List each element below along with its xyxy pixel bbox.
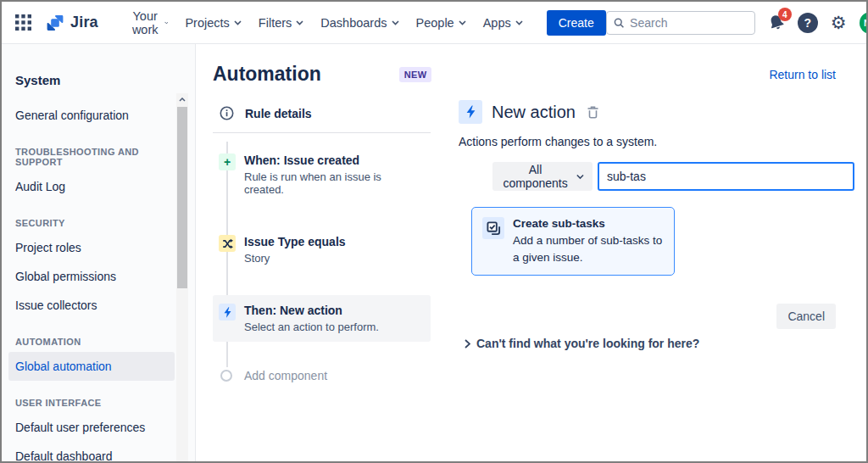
panel-footer: Cancel [459,304,854,329]
chevron-down-icon [459,20,466,25]
new-action-panel: New action Actions perform changes to a … [459,98,854,388]
panel-title: New action [492,103,576,122]
nav-label: Filters [259,16,292,30]
sidebar-item-general-configuration[interactable]: General configuration [8,101,175,130]
page-title: Automation [213,63,321,86]
step-text: Then: New action Select an action to per… [244,304,379,333]
chevron-down-icon [296,20,303,25]
step-condition[interactable]: Issue Type equals Story [213,226,431,273]
panel-description: Actions perform changes to a system. [459,135,854,148]
nav-label: Projects [185,16,229,30]
nav-apps[interactable]: Apps [478,11,528,35]
card-text: Create sub-tasks Add a number of sub-tas… [513,217,664,265]
rule-details-label: Rule details [245,107,312,120]
step-subtitle: Select an action to perform. [244,321,379,333]
step-text: Issue Type equals Story [244,235,346,265]
lightning-icon [219,304,236,321]
help-button[interactable]: ? [798,13,818,33]
create-button[interactable]: Create [547,10,606,36]
chevron-down-icon [234,20,242,25]
nav-dashboards[interactable]: Dashboards [315,11,403,35]
sidebar-header-troubleshooting: TROUBLESHOOTING AND SUPPORT [8,147,175,167]
jira-logo[interactable]: Jira [45,13,98,33]
panel-header: New action [459,100,854,124]
step-subtitle: Rule is run when an issue is created. [244,170,424,196]
grid-icon [15,14,31,31]
nav-projects[interactable]: Projects [180,11,246,35]
return-to-list-link[interactable]: Return to list [769,68,836,81]
sidebar-scrollbar[interactable] [176,93,188,461]
settings-gear-icon[interactable]: ⚙ [831,14,847,31]
step-subtitle: Story [244,252,346,265]
chevron-down-icon [392,20,399,25]
step-text: When: Issue created Rule is run when an … [244,153,424,196]
sidebar-item-global-automation[interactable]: Global automation [8,352,175,381]
main-content: Automation NEW Return to list Rule detai… [196,44,866,461]
sidebar-item-default-dashboard[interactable]: Default dashboard [8,442,175,461]
admin-sidebar: System General configuration TROUBLESHOO… [2,44,196,461]
nav-label: Apps [483,16,511,30]
cant-find-disclosure[interactable]: Can't find what you're looking for here? [465,337,854,350]
step-title: Issue Type equals [244,235,346,248]
chevron-down-icon [515,20,523,25]
global-search[interactable] [606,11,755,35]
avatar[interactable]: NV [860,12,868,34]
navbar-right: 4 ? ⚙ NV [606,11,868,35]
dropdown-value: All components [503,163,568,190]
sidebar-item-default-user-preferences[interactable]: Default user preferences [8,413,175,442]
sidebar-item-global-permissions[interactable]: Global permissions [8,262,175,291]
sidebar-title: System [8,66,175,89]
plus-icon: + [219,153,236,170]
step-action-selected[interactable]: Then: New action Select an action to per… [213,295,431,342]
navbar-left: Jira Your work Projects Filters Dashboar… [15,4,606,42]
search-input[interactable] [630,16,748,30]
step-title: When: Issue created [244,153,424,167]
sidebar-item-audit-log[interactable]: Audit Log [8,172,175,201]
action-search-input[interactable] [598,162,854,191]
rule-builder: Rule details + When: Issue created Rule … [213,98,854,388]
shuffle-icon [219,235,236,252]
content-area: System General configuration TROUBLESHOO… [2,44,866,461]
nav-label: Your work [131,9,160,36]
add-component-button[interactable]: Add component [213,364,431,388]
rule-details-item[interactable]: Rule details [213,98,431,133]
trash-icon [587,105,599,119]
chevron-down-icon [164,20,169,25]
nav-filters[interactable]: Filters [253,11,309,35]
notification-badge: 4 [778,8,792,21]
delete-action-button[interactable] [587,105,599,119]
step-title: Then: New action [244,304,379,317]
chevron-right-icon [465,339,470,349]
subtasks-icon [482,217,504,239]
main-nav: Your work Projects Filters Dashboards Pe… [125,4,528,42]
card-title: Create sub-tasks [513,217,664,230]
app-name: Jira [70,14,98,31]
sidebar-item-issue-collectors[interactable]: Issue collectors [8,291,175,320]
new-badge: NEW [399,67,432,82]
jira-mark-icon [45,13,65,33]
lightning-icon [459,100,482,124]
nav-label: People [416,16,454,30]
page-header: Automation NEW Return to list [213,63,854,86]
top-navbar: Jira Your work Projects Filters Dashboar… [2,2,866,44]
sidebar-header-security: SECURITY [8,218,175,228]
scrollbar-thumb[interactable] [177,107,187,288]
nav-people[interactable]: People [411,11,471,35]
app-switcher-button[interactable] [15,14,31,31]
nav-your-work[interactable]: Your work [125,4,174,42]
create-subtasks-card[interactable]: Create sub-tasks Add a number of sub-tas… [471,207,675,276]
empty-circle-icon [220,370,232,382]
components-filter-dropdown[interactable]: All components [492,162,593,191]
search-icon [614,17,624,29]
sidebar-item-project-roles[interactable]: Project roles [8,233,175,262]
sidebar-header-user-interface: USER INTERFACE [8,398,175,408]
app-window: Jira Your work Projects Filters Dashboar… [0,0,868,463]
notifications-button[interactable]: 4 [768,14,785,31]
action-search-controls: All components [492,162,854,191]
step-trigger[interactable]: + When: Issue created Rule is run when a… [213,145,431,204]
info-icon [220,106,234,120]
scrollbar-up-arrow-icon[interactable] [176,93,188,106]
cancel-button[interactable]: Cancel [776,304,836,329]
chevron-down-icon [576,174,584,180]
add-component-label: Add component [244,369,327,382]
